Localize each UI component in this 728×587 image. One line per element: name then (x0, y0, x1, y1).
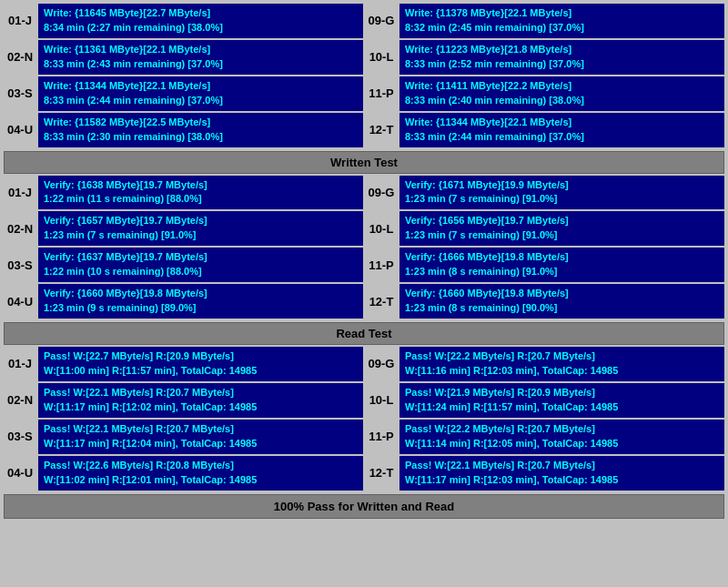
cell-content: Pass! W:[22.6 MByte/s] R:[20.8 MByte/s] … (38, 456, 363, 491)
cell-id-label: 11-P (365, 76, 398, 111)
cell-content: Verify: {1660 MByte}[19.8 MByte/s]1:23 m… (399, 284, 724, 319)
cell-content: Write: {11344 MByte}[22.1 MByte/s]8:33 m… (38, 76, 363, 111)
cell-content: Pass! W:[22.7 MByte/s] R:[20.9 MByte/s] … (38, 347, 363, 381)
cell-id-label: 03-S (4, 420, 36, 454)
footer-status: 100% Pass for Written and Read (4, 494, 724, 519)
cell-content: Pass! W:[22.1 MByte/s] R:[20.7 MByte/s] … (399, 456, 724, 491)
main-container: 01-JWrite: {11645 MByte}[22.7 MByte/s]8:… (0, 0, 728, 522)
cell-content: Pass! W:[22.1 MByte/s] R:[20.7 MByte/s] … (38, 383, 363, 418)
cell-content: Verify: {1638 MByte}[19.7 MByte/s]1:22 m… (38, 176, 363, 210)
table-row: 04-UPass! W:[22.6 MByte/s] R:[20.8 MByte… (4, 456, 724, 491)
cell-id-label: 09-G (365, 176, 398, 210)
cell-content: Write: {11645 MByte}[22.7 MByte/s]8:34 m… (38, 4, 363, 38)
cell-content: Write: {11411 MByte}[22.2 MByte/s]8:33 m… (399, 76, 724, 111)
table-row: 01-JVerify: {1638 MByte}[19.7 MByte/s]1:… (4, 176, 724, 210)
table-row: 03-SVerify: {1637 MByte}[19.7 MByte/s]1:… (4, 248, 724, 282)
table-row: 02-NVerify: {1657 MByte}[19.7 MByte/s]1:… (4, 211, 724, 246)
table-row: 01-JWrite: {11645 MByte}[22.7 MByte/s]8:… (4, 4, 724, 38)
cell-id-label: 12-T (365, 456, 398, 491)
cell-id-label: 10-L (365, 383, 398, 418)
table-row: 04-UVerify: {1660 MByte}[19.8 MByte/s]1:… (4, 284, 724, 319)
cell-id-label: 01-J (4, 347, 36, 381)
cell-id-label: 10-L (365, 211, 398, 246)
cell-id-label: 04-U (4, 113, 36, 147)
cell-content: Verify: {1637 MByte}[19.7 MByte/s]1:22 m… (38, 248, 363, 282)
write-rows: 01-JWrite: {11645 MByte}[22.7 MByte/s]8:… (4, 4, 724, 147)
cell-content: Pass! W:[22.2 MByte/s] R:[20.7 MByte/s] … (399, 347, 724, 381)
cell-id-label: 01-J (4, 4, 36, 38)
table-row: 03-SPass! W:[22.1 MByte/s] R:[20.7 MByte… (4, 420, 724, 454)
read-test-header: Read Test (4, 322, 724, 345)
cell-content: Write: {11344 MByte}[22.1 MByte/s]8:33 m… (399, 113, 724, 147)
cell-content: Pass! W:[21.9 MByte/s] R:[20.9 MByte/s] … (399, 383, 724, 418)
cell-id-label: 11-P (365, 420, 398, 454)
table-row: 01-JPass! W:[22.7 MByte/s] R:[20.9 MByte… (4, 347, 724, 381)
write-section: 01-JWrite: {11645 MByte}[22.7 MByte/s]8:… (4, 4, 724, 174)
cell-id-label: 11-P (365, 248, 398, 282)
verify-rows: 01-JVerify: {1638 MByte}[19.7 MByte/s]1:… (4, 176, 724, 319)
table-row: 02-NWrite: {11361 MByte}[22.1 MByte/s]8:… (4, 40, 724, 75)
cell-id-label: 12-T (365, 284, 398, 319)
pass-rows: 01-JPass! W:[22.7 MByte/s] R:[20.9 MByte… (4, 347, 724, 491)
cell-id-label: 04-U (4, 284, 36, 319)
cell-content: Write: {11582 MByte}[22.5 MByte/s]8:33 m… (38, 113, 363, 147)
cell-content: Verify: {1657 MByte}[19.7 MByte/s]1:23 m… (38, 211, 363, 246)
cell-id-label: 02-N (4, 211, 36, 246)
cell-content: Pass! W:[22.1 MByte/s] R:[20.7 MByte/s] … (38, 420, 363, 454)
pass-section: 01-JPass! W:[22.7 MByte/s] R:[20.9 MByte… (4, 347, 724, 491)
cell-id-label: 03-S (4, 248, 36, 282)
cell-id-label: 10-L (365, 40, 398, 75)
cell-content: Write: {11361 MByte}[22.1 MByte/s]8:33 m… (38, 40, 363, 75)
written-test-header: Written Test (4, 151, 724, 174)
cell-id-label: 12-T (365, 113, 398, 147)
cell-id-label: 02-N (4, 383, 36, 418)
cell-content: Verify: {1656 MByte}[19.7 MByte/s]1:23 m… (399, 211, 724, 246)
table-row: 04-UWrite: {11582 MByte}[22.5 MByte/s]8:… (4, 113, 724, 147)
cell-content: Verify: {1666 MByte}[19.8 MByte/s]1:23 m… (399, 248, 724, 282)
cell-id-label: 02-N (4, 40, 36, 75)
cell-content: Pass! W:[22.2 MByte/s] R:[20.7 MByte/s] … (399, 420, 724, 454)
cell-content: Verify: {1671 MByte}[19.9 MByte/s]1:23 m… (399, 176, 724, 210)
cell-content: Verify: {1660 MByte}[19.8 MByte/s]1:23 m… (38, 284, 363, 319)
cell-content: Write: {11223 MByte}[21.8 MByte/s]8:33 m… (399, 40, 724, 75)
verify-section: 01-JVerify: {1638 MByte}[19.7 MByte/s]1:… (4, 176, 724, 346)
cell-content: Write: {11378 MByte}[22.1 MByte/s]8:32 m… (399, 4, 724, 38)
cell-id-label: 03-S (4, 76, 36, 111)
cell-id-label: 09-G (365, 347, 398, 381)
cell-id-label: 09-G (365, 4, 398, 38)
table-row: 03-SWrite: {11344 MByte}[22.1 MByte/s]8:… (4, 76, 724, 111)
table-row: 02-NPass! W:[22.1 MByte/s] R:[20.7 MByte… (4, 383, 724, 418)
cell-id-label: 04-U (4, 456, 36, 491)
cell-id-label: 01-J (4, 176, 36, 210)
